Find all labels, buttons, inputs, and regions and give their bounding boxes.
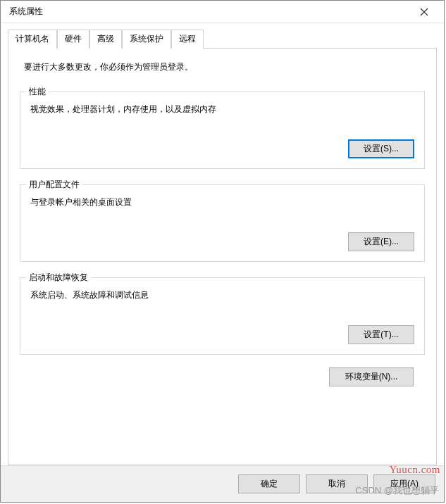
group-user-profiles-button-row: 设置(E)...	[30, 232, 414, 251]
group-startup-recovery-button-row: 设置(T)...	[30, 325, 414, 344]
content-area: 计算机名 硬件 高级 系统保护 远程 要进行大多数更改，你必须作为管理员登录。 …	[1, 23, 444, 465]
group-performance-desc: 视觉效果，处理器计划，内存使用，以及虚拟内存	[30, 103, 414, 115]
tab-panel-advanced: 要进行大多数更改，你必须作为管理员登录。 性能 视觉效果，处理器计划，内存使用，…	[8, 48, 437, 465]
group-user-profiles: 用户配置文件 与登录帐户相关的桌面设置 设置(E)...	[20, 184, 425, 262]
tab-remote[interactable]: 远程	[171, 30, 204, 49]
group-startup-recovery-title: 启动和故障恢复	[26, 272, 91, 284]
group-performance-button-row: 设置(S)...	[30, 139, 414, 158]
group-user-profiles-title: 用户配置文件	[26, 179, 82, 191]
performance-settings-button[interactable]: 设置(S)...	[348, 139, 414, 158]
tab-advanced[interactable]: 高级	[89, 30, 122, 49]
close-button[interactable]	[411, 2, 437, 22]
titlebar: 系统属性	[1, 1, 444, 23]
group-performance-title: 性能	[26, 86, 49, 98]
window-title: 系统属性	[9, 6, 43, 18]
dialog-footer: 确定 取消 应用(A)	[1, 465, 444, 502]
admin-note: 要进行大多数更改，你必须作为管理员登录。	[20, 61, 425, 73]
startup-recovery-settings-button[interactable]: 设置(T)...	[348, 325, 414, 344]
user-profiles-settings-button[interactable]: 设置(E)...	[348, 232, 414, 251]
group-user-profiles-desc: 与登录帐户相关的桌面设置	[30, 196, 414, 208]
tab-hardware[interactable]: 硬件	[57, 30, 89, 49]
system-properties-window: 系统属性 计算机名 硬件 高级 系统保护 远程 要进行大多数更改，你必须作为管理…	[0, 0, 445, 503]
tab-computer-name[interactable]: 计算机名	[8, 30, 57, 49]
group-startup-recovery-desc: 系统启动、系统故障和调试信息	[30, 289, 414, 301]
close-icon	[420, 8, 428, 16]
apply-button[interactable]: 应用(A)	[373, 474, 435, 493]
ok-button[interactable]: 确定	[238, 474, 300, 493]
cancel-button[interactable]: 取消	[306, 474, 368, 493]
tab-system-protection[interactable]: 系统保护	[122, 30, 171, 49]
group-performance: 性能 视觉效果，处理器计划，内存使用，以及虚拟内存 设置(S)...	[20, 92, 425, 169]
environment-variables-button[interactable]: 环境变量(N)...	[329, 367, 414, 386]
group-startup-recovery: 启动和故障恢复 系统启动、系统故障和调试信息 设置(T)...	[20, 277, 425, 355]
env-vars-row: 环境变量(N)...	[20, 365, 425, 386]
tab-strip: 计算机名 硬件 高级 系统保护 远程	[8, 29, 437, 48]
